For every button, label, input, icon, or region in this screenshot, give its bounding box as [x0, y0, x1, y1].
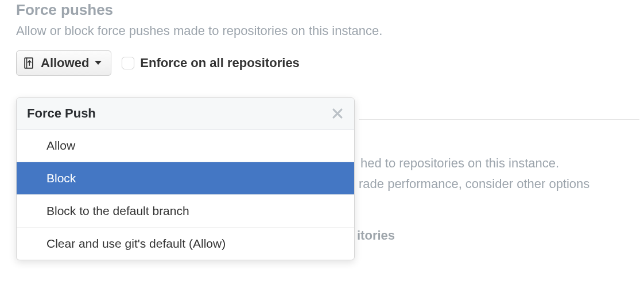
repo-push-icon: [24, 57, 36, 69]
caret-down-icon: [95, 61, 102, 65]
background-text-line-3: itories: [357, 228, 395, 243]
dropdown-option-clear[interactable]: Clear and use git's default (Allow): [17, 228, 354, 260]
force-push-dropdown-button[interactable]: Allowed: [16, 50, 111, 76]
dropdown-title: Force Push: [27, 106, 96, 121]
dropdown-option-allow[interactable]: Allow: [17, 130, 354, 162]
section-title-force-pushes: Force pushes: [16, 1, 628, 19]
section-divider: [359, 119, 639, 120]
background-text-line-2: rade performance, consider other options: [359, 177, 589, 191]
dropdown-header: Force Push: [17, 98, 354, 130]
dropdown-option-block[interactable]: Block: [17, 162, 354, 195]
background-text-line-1: hed to repositories on this instance.: [360, 156, 559, 171]
svg-rect-0: [25, 58, 33, 68]
section-description: Allow or block force pushes made to repo…: [16, 22, 628, 40]
dropdown-option-block-default[interactable]: Block to the default branch: [17, 195, 354, 228]
enforce-all-label: Enforce on all repositories: [140, 56, 300, 71]
dropdown-button-label: Allowed: [41, 56, 89, 71]
close-icon[interactable]: [331, 107, 344, 120]
enforce-all-checkbox-wrap[interactable]: Enforce on all repositories: [122, 56, 300, 71]
force-push-dropdown-panel: Force Push Allow Block Block to the defa…: [16, 97, 355, 260]
enforce-all-checkbox[interactable]: [122, 57, 134, 69]
